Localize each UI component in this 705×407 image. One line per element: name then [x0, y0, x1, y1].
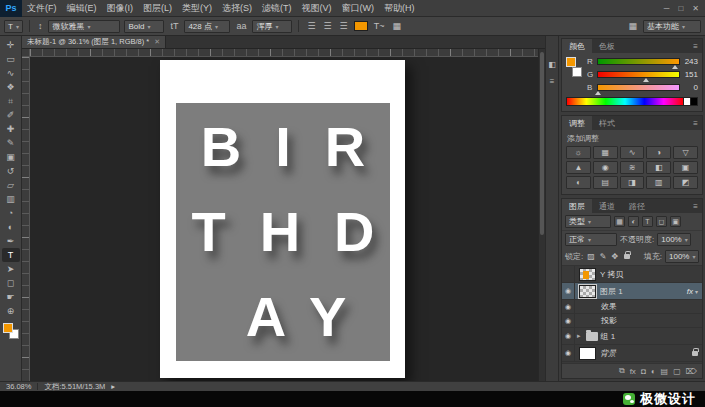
move-tool[interactable]: ✛ [2, 38, 20, 52]
layer-thumbnail[interactable] [579, 347, 596, 360]
menu-item-file[interactable]: 文件(F) [22, 0, 62, 17]
dock-panel-icon-2[interactable]: ≡ [550, 77, 555, 86]
layer-thumbnail[interactable] [579, 268, 596, 281]
channel-mixer-icon[interactable]: ▣ [673, 161, 698, 174]
lock-transparency-icon[interactable]: ▨ [586, 252, 596, 261]
shape-tool[interactable]: ◻ [2, 276, 20, 290]
spectrum-black[interactable] [691, 97, 698, 106]
brightness-contrast-icon[interactable]: ☼ [566, 146, 591, 159]
pen-tool[interactable]: ✒ [2, 234, 20, 248]
gradient-map-icon[interactable]: ▥ [646, 176, 671, 189]
threshold-icon[interactable]: ◨ [620, 176, 645, 189]
layer-name[interactable]: Y 拷贝 [600, 269, 623, 280]
path-selection-tool[interactable]: ➤ [2, 262, 20, 276]
layer-fx-badge[interactable]: fx [687, 287, 698, 296]
layer-row-background[interactable]: ◉ 背景 [562, 345, 702, 362]
hue-saturation-icon[interactable]: ▲ [566, 161, 591, 174]
status-arrow-icon[interactable]: ▸ [111, 382, 115, 391]
spectrum-white[interactable] [684, 97, 691, 106]
new-layer-icon[interactable]: ▢ [673, 367, 681, 376]
clone-stamp-tool[interactable]: ▣ [2, 150, 20, 164]
dock-panel-icon-1[interactable]: ◧ [548, 60, 556, 69]
menu-item-layer[interactable]: 图层(L) [138, 0, 177, 17]
layer-name[interactable]: 图层 1 [600, 286, 623, 297]
menu-item-edit[interactable]: 编辑(E) [62, 0, 102, 17]
text-color-swatch[interactable] [354, 21, 368, 31]
lock-all-icon[interactable] [624, 254, 630, 259]
tab-close-icon[interactable]: ✕ [154, 38, 160, 46]
panel-menu-icon[interactable]: ≡ [689, 199, 702, 213]
foreground-color-swatch[interactable] [3, 323, 13, 333]
layer-name[interactable]: 背景 [600, 348, 616, 359]
visibility-toggle[interactable]: ◉ [562, 314, 575, 327]
link-layers-icon[interactable]: ⧉ [619, 366, 625, 376]
visibility-toggle[interactable]: ◉ [562, 300, 575, 313]
scrollbar-thumb[interactable] [540, 52, 544, 235]
new-group-icon[interactable]: ▤ [661, 367, 669, 376]
tool-preset-picker[interactable]: T [4, 20, 23, 33]
font-family-select[interactable]: 微软雅黑 [48, 20, 120, 33]
workspace-switcher[interactable]: 基本功能 [643, 20, 701, 33]
anti-alias-select[interactable]: 浑厚 [252, 20, 292, 33]
filter-smart-object-icon[interactable]: ▣ [670, 216, 681, 227]
visibility-toggle[interactable] [562, 266, 575, 282]
blue-slider[interactable] [597, 84, 680, 91]
menu-item-image[interactable]: 图像(I) [102, 0, 139, 17]
visibility-toggle[interactable]: ◉ [562, 345, 575, 361]
fill-select[interactable]: 100% [665, 250, 699, 263]
blue-slider-knob[interactable] [595, 88, 601, 95]
tab-paths[interactable]: 路径 [622, 199, 652, 213]
panel-menu-icon[interactable]: ≡ [689, 39, 702, 53]
warp-text-icon[interactable]: T~ [372, 21, 387, 31]
menu-item-select[interactable]: 选择(S) [217, 0, 257, 17]
photo-filter-icon[interactable]: ◧ [646, 161, 671, 174]
menu-item-filter[interactable]: 滤镜(T) [257, 0, 297, 17]
green-value[interactable]: 151 [683, 70, 698, 79]
eraser-tool[interactable]: ▱ [2, 178, 20, 192]
black-white-icon[interactable]: ≋ [620, 161, 645, 174]
crop-tool[interactable]: ⌗ [2, 94, 20, 108]
align-left-icon[interactable]: ☰ [305, 21, 317, 31]
effect-name[interactable]: 效果 [601, 301, 617, 312]
tab-layers[interactable]: 图层 [562, 199, 592, 213]
filter-shape-icon[interactable]: ◻ [656, 216, 667, 227]
menu-item-help[interactable]: 帮助(H) [379, 0, 420, 17]
green-slider[interactable] [597, 71, 680, 78]
zoom-tool[interactable]: ⊕ [2, 304, 20, 318]
exposure-icon[interactable]: ◑ [646, 146, 671, 159]
tab-swatches[interactable]: 色板 [592, 39, 622, 53]
filter-pixel-icon[interactable]: ▦ [614, 216, 625, 227]
blue-value[interactable]: 0 [683, 83, 698, 92]
panel-menu-icon[interactable]: ≡ [689, 116, 702, 130]
rectangular-marquee-tool[interactable]: ▭ [2, 52, 20, 66]
posterize-icon[interactable]: ▤ [593, 176, 618, 189]
adjustment-layer-icon[interactable]: ◐ [651, 367, 656, 376]
font-style-select[interactable]: Bold [124, 20, 164, 33]
brush-tool[interactable]: ✎ [2, 136, 20, 150]
maximize-button[interactable]: □ [678, 4, 683, 13]
effect-name[interactable]: 投影 [601, 315, 617, 326]
quick-selection-tool[interactable]: ❖ [2, 80, 20, 94]
eyedropper-tool[interactable]: ✐ [2, 108, 20, 122]
menu-item-window[interactable]: 窗口(W) [337, 0, 380, 17]
visibility-toggle[interactable]: ◉ [562, 283, 575, 299]
tab-channels[interactable]: 通道 [592, 199, 622, 213]
layer-row-y-copy[interactable]: Y 拷贝 [562, 266, 702, 283]
vibrance-icon[interactable]: ▽ [673, 146, 698, 159]
tab-styles[interactable]: 样式 [592, 116, 622, 130]
zoom-level[interactable]: 36.08% [6, 382, 31, 391]
curves-icon[interactable]: ∿ [620, 146, 645, 159]
minimize-button[interactable]: ─ [664, 4, 670, 13]
hand-tool[interactable]: ☛ [2, 290, 20, 304]
invert-icon[interactable]: ◐ [566, 176, 591, 189]
delete-layer-icon[interactable]: ⌦ [686, 367, 697, 376]
blur-tool[interactable]: ◔ [2, 206, 20, 220]
healing-brush-tool[interactable]: ✚ [2, 122, 20, 136]
opacity-select[interactable]: 100% [657, 233, 691, 246]
close-button[interactable]: ✕ [692, 4, 699, 13]
canvas-area[interactable]: BIR THD AY [30, 57, 538, 381]
visibility-toggle[interactable]: ◉ [562, 328, 575, 344]
dodge-tool[interactable]: ◐ [2, 220, 20, 234]
lock-pixels-icon[interactable]: ✎ [599, 252, 608, 261]
group-expand-icon[interactable]: ▸ [577, 332, 581, 340]
